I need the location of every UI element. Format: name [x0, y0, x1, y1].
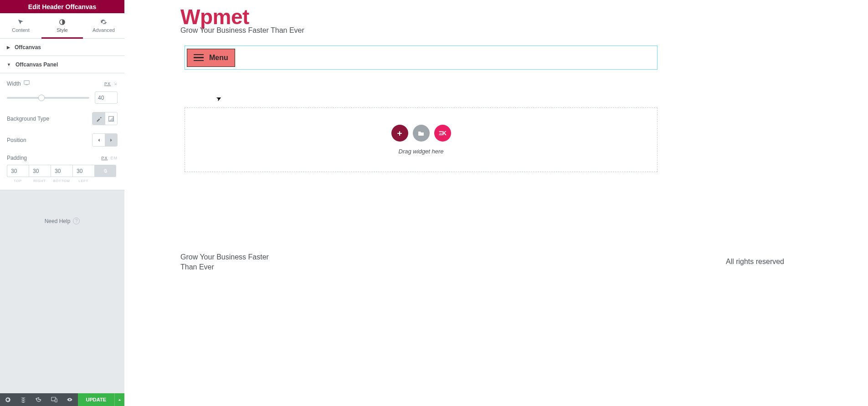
add-section-button[interactable]: + [391, 125, 408, 142]
bgtype-gradient[interactable] [105, 112, 117, 125]
footer-navigator-icon[interactable] [15, 393, 31, 406]
tab-style[interactable]: Style [41, 13, 83, 38]
need-help-label: Need Help [45, 218, 71, 224]
position-right[interactable] [105, 134, 117, 146]
padding-left-input[interactable] [72, 165, 94, 177]
svg-rect-10 [24, 81, 29, 84]
tab-content-label: Content [12, 27, 30, 33]
padding-lbl-top: TOP [7, 179, 29, 183]
hamburger-icon [194, 54, 204, 61]
add-template-button[interactable] [413, 125, 430, 142]
footer-responsive-icon[interactable] [46, 393, 62, 406]
bgtype-toggle [92, 112, 118, 125]
width-value-input[interactable] [95, 91, 118, 104]
selected-section[interactable]: Menu [185, 46, 657, 70]
drop-zone-hint: Drag widget here [399, 148, 444, 155]
elementskit-button[interactable]: ΞK [434, 125, 451, 142]
width-unit-reset-icon[interactable]: ⇲ [113, 81, 118, 86]
section-offcanvas-label: Offcanvas [15, 44, 41, 51]
padding-link-toggle[interactable] [94, 165, 116, 177]
padding-lbl-right: RIGHT [29, 179, 51, 183]
tab-advanced[interactable]: Advanced [83, 13, 124, 38]
width-slider-thumb[interactable] [38, 95, 45, 101]
section-offcanvas-panel-body: Width PX ⇲ Background Type [0, 73, 124, 190]
update-button[interactable]: UPDATE [78, 393, 114, 406]
bgtype-label: Background Type [7, 116, 49, 122]
position-toggle [92, 133, 118, 147]
menu-widget-label: Menu [209, 54, 228, 62]
panel-footer: UPDATE [0, 393, 124, 406]
cursor-arrow-icon: ➤ [215, 94, 223, 103]
preview-canvas: Wpmet Grow Your Business Faster Than Eve… [124, 0, 868, 406]
tab-style-label: Style [56, 27, 67, 33]
site-tagline: Grow Your Business Faster Than Ever [180, 26, 304, 35]
caret-down-icon: ▼ [7, 62, 11, 67]
position-label: Position [7, 137, 26, 143]
footer-preview-icon[interactable] [62, 393, 77, 406]
panel-title: Edit Header Offcanvas [4, 3, 121, 10]
tab-content[interactable]: Content [0, 13, 41, 38]
svg-rect-14 [55, 399, 57, 402]
section-offcanvas-panel-label: Offcanvas Panel [15, 61, 58, 68]
padding-bottom-input[interactable] [51, 165, 72, 177]
footer-tagline: Grow Your Business Faster Than Ever [180, 252, 276, 273]
footer-history-icon[interactable] [31, 393, 46, 406]
section-offcanvas-panel[interactable]: ▼ Offcanvas Panel [0, 56, 124, 73]
padding-right-input[interactable] [29, 165, 51, 177]
panel-tabs: Content Style Advanced [0, 13, 124, 39]
padding-lbl-left: LEFT [72, 179, 94, 183]
position-left[interactable] [92, 134, 105, 146]
width-control: Width PX ⇲ [7, 80, 118, 87]
need-help[interactable]: Need Help ? [0, 218, 124, 224]
tab-advanced-label: Advanced [92, 27, 115, 33]
caret-right-icon: ▶ [7, 45, 10, 50]
update-dropdown[interactable] [114, 393, 124, 406]
width-slider[interactable] [7, 97, 89, 99]
help-icon: ? [73, 218, 80, 224]
footer-rights: All rights reserved [726, 258, 784, 266]
panel-header: Edit Header Offcanvas [0, 0, 124, 13]
padding-inputs [7, 165, 118, 177]
svg-rect-11 [26, 85, 28, 85]
width-label: Width [7, 81, 21, 87]
width-unit-px[interactable]: PX [104, 81, 111, 86]
empty-drop-zone[interactable]: + ΞK Drag widget here [185, 107, 657, 172]
padding-top-input[interactable] [7, 165, 29, 177]
padding-unit-em[interactable]: EM [111, 156, 118, 160]
section-offcanvas[interactable]: ▶ Offcanvas [0, 39, 124, 56]
padding-unit-px[interactable]: PX [101, 156, 108, 160]
responsive-icon[interactable] [24, 80, 30, 87]
bgtype-classic[interactable] [92, 112, 105, 125]
padding-label: Padding [7, 155, 27, 161]
drop-zone-buttons: + ΞK [391, 125, 451, 142]
footer-settings-icon[interactable] [0, 393, 15, 406]
offcanvas-menu-widget[interactable]: Menu [187, 49, 235, 67]
padding-sub-labels: TOP RIGHT BOTTOM LEFT [7, 179, 118, 183]
editor-panel: Edit Header Offcanvas Content Style Adva… [0, 0, 124, 406]
site-title: Wpmet [180, 5, 249, 29]
padding-lbl-bottom: BOTTOM [51, 179, 72, 183]
